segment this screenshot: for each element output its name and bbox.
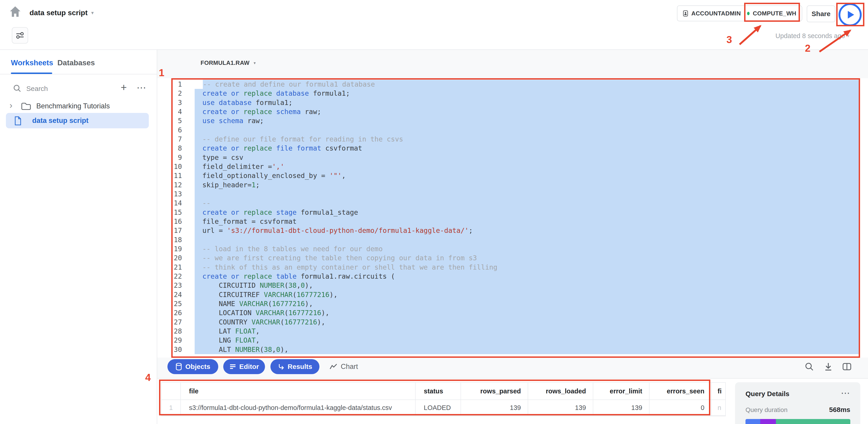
code-lines[interactable]: -- create and define our formula1 databa… <box>195 80 859 354</box>
line-number: 2 <box>163 89 182 98</box>
code-line: -- define our file format for reading in… <box>195 135 859 144</box>
results-button[interactable]: Results <box>271 359 319 374</box>
query-details-more-button[interactable]: ⋯ <box>841 388 850 398</box>
tab-databases[interactable]: Databases <box>57 59 95 67</box>
code-line: url = 's3://formula1-dbt-cloud-python-de… <box>195 226 859 235</box>
add-worksheet-button[interactable]: + <box>121 81 127 93</box>
query-details-title: Query Details <box>745 390 789 398</box>
duration-bar-green <box>776 419 850 424</box>
objects-button[interactable]: Objects <box>167 359 218 374</box>
code-line: -- create and define our formula1 databa… <box>203 80 859 89</box>
line-number: 4 <box>163 107 182 116</box>
snowsight-worksheet-page: data setup script ▾ ACCOUNTADMIN COMPUTE… <box>0 0 868 424</box>
line-number: 13 <box>163 190 182 199</box>
code-line: use database formula1; <box>195 98 859 107</box>
line-number: 9 <box>163 153 182 162</box>
code-line: skip_header=1; <box>195 181 859 190</box>
search-placeholder: Search <box>26 85 48 93</box>
line-number: 5 <box>163 116 182 125</box>
line-number: 25 <box>163 299 182 308</box>
worksheet-search[interactable]: Search + ⋯ <box>0 81 157 98</box>
query-details-panel: Query Details ⋯ Query duration 568ms <box>735 382 860 424</box>
col-rows-parsed: rows_parsed <box>461 383 528 399</box>
database-icon <box>175 363 182 371</box>
line-number: 16 <box>163 217 182 226</box>
line-number: 17 <box>163 226 182 235</box>
line-number: 11 <box>163 171 182 180</box>
line-number: 18 <box>163 235 182 244</box>
code-line: create or replace database formula1; <box>195 89 859 98</box>
line-number: 24 <box>163 290 182 299</box>
tab-worksheets[interactable]: Worksheets <box>11 59 53 67</box>
line-number: 30 <box>163 345 182 354</box>
results-label: Results <box>288 363 312 370</box>
code-line: CIRCUITID NUMBER(38,0), <box>195 281 859 290</box>
warehouse-status-dot <box>747 12 750 15</box>
code-line: LAT FLOAT, <box>195 327 859 336</box>
code-line: -- think of this as an empty container o… <box>195 263 859 272</box>
return-arrow-icon <box>278 363 284 370</box>
line-number: 15 <box>163 208 182 217</box>
col-status: status <box>415 383 461 399</box>
code-line: create or replace stage formula1_stage <box>195 208 859 217</box>
table-row[interactable]: 1 s3://formula1-dbt-cloud-python-demo/fo… <box>161 400 725 416</box>
editor-label: Editor <box>239 363 259 370</box>
cell-rows-loaded: 139 <box>528 400 593 415</box>
search-icon <box>13 84 22 93</box>
line-number: 10 <box>163 162 182 171</box>
chevron-down-icon: ▾ <box>91 10 94 16</box>
sidebar-more-button[interactable]: ⋯ <box>136 82 147 93</box>
code-line: field_delimiter =',' <box>195 162 859 171</box>
updated-status-dropdown[interactable]: Updated 8 seconds ago ▾ <box>775 32 849 40</box>
text-lines-icon <box>229 363 236 370</box>
code-line: CIRCUITREF VARCHAR(16777216), <box>195 290 859 299</box>
code-line: NAME VARCHAR(16777216), <box>195 299 859 308</box>
code-line: ALT NUMBER(38,0), <box>195 345 859 354</box>
table-header-row: file status rows_parsed rows_loaded erro… <box>161 383 725 400</box>
split-view-icon[interactable] <box>842 362 852 371</box>
chart-tab[interactable]: Chart <box>330 359 358 374</box>
download-icon[interactable] <box>824 362 833 371</box>
line-number: 14 <box>163 199 182 208</box>
editor-button[interactable]: Editor <box>223 359 265 374</box>
cell-error-limit: 139 <box>593 400 650 415</box>
col-errors-seen: errors_seen <box>650 383 712 399</box>
cell-errors-seen: 0 <box>650 400 712 415</box>
play-icon <box>848 11 854 19</box>
col-rownum <box>161 383 181 399</box>
code-line: type = csv <box>195 153 859 162</box>
line-number: 22 <box>163 272 182 281</box>
code-line: -- load in the 8 tables we need for our … <box>195 244 859 254</box>
line-number: 1 <box>163 80 182 89</box>
col-file: file <box>181 383 415 399</box>
code-line <box>195 235 859 244</box>
chevron-right-icon: › <box>9 101 12 110</box>
sidebar-folder-benchmarking-tutorials[interactable]: › Benchmarking Tutorials <box>0 100 157 114</box>
warehouse-name: COMPUTE_WH <box>753 10 796 17</box>
share-button[interactable]: Share <box>807 5 835 22</box>
line-number: 28 <box>163 327 182 336</box>
line-number: 12 <box>163 181 182 190</box>
line-number: 7 <box>163 135 182 144</box>
line-number: 20 <box>163 254 182 263</box>
role-warehouse-selector[interactable]: ACCOUNTADMIN COMPUTE_WH <box>677 5 802 21</box>
home-icon[interactable] <box>9 5 22 19</box>
worksheet-title-dropdown[interactable]: data setup script ▾ <box>30 9 94 17</box>
database-context-dropdown[interactable]: FORMULA1.RAW ▾ <box>200 59 256 66</box>
col-rows-loaded: rows_loaded <box>528 383 593 399</box>
sliders-icon <box>16 32 25 39</box>
worksheet-item-label: data setup script <box>32 117 89 125</box>
search-results-icon[interactable] <box>804 362 814 371</box>
chart-line-icon <box>330 363 338 370</box>
col-truncated: fi <box>712 383 725 399</box>
cell-file: s3://formula1-dbt-cloud-python-demo/form… <box>181 400 415 415</box>
code-line <box>195 190 859 199</box>
line-gutter: 1234567891011121314151617181920212223242… <box>163 80 182 354</box>
run-button[interactable] <box>838 3 862 26</box>
worksheet-filters-button[interactable] <box>12 27 28 43</box>
left-sidebar: Worksheets Databases Search + ⋯ › Benchm… <box>0 50 157 424</box>
line-number: 29 <box>163 336 182 345</box>
duration-bar-purple <box>760 419 776 424</box>
chevron-down-icon: ▾ <box>847 33 849 38</box>
sidebar-item-data-setup-script[interactable]: data setup script <box>6 113 149 128</box>
